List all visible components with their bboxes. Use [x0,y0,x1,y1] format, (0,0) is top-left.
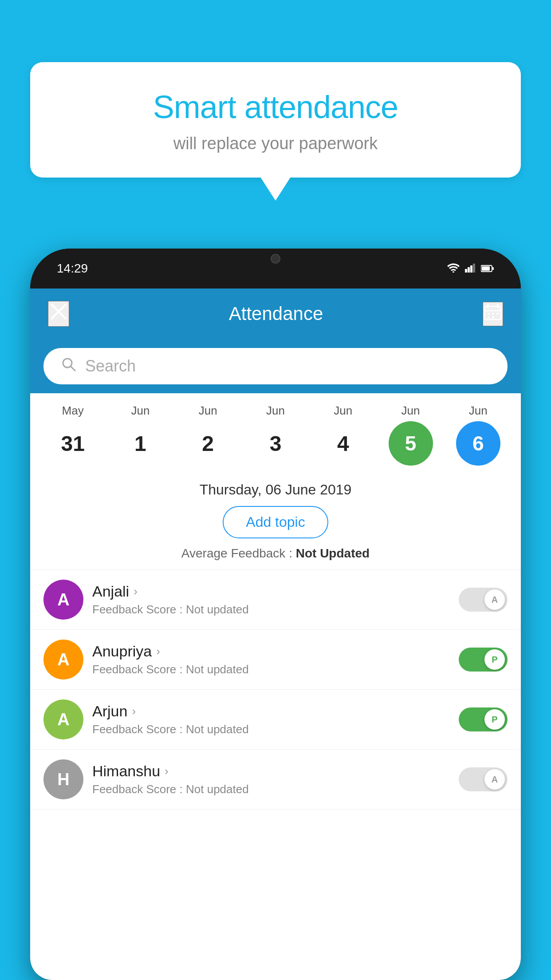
table-row[interactable]: A Anjali › Feedback Score : Not updated … [30,570,521,630]
bubble-subtitle: will replace your paperwork [48,134,503,153]
month-label: Jun [469,404,488,418]
avatar: A [43,699,83,739]
toggle-on[interactable]: P [459,707,508,731]
svg-rect-16 [496,313,499,315]
search-bar-container: Search [30,339,521,393]
toggle-knob: A [484,589,505,610]
status-bar: 14:29 [30,249,521,288]
feedback-value: Not Updated [296,546,370,560]
svg-rect-12 [497,304,499,308]
selected-date-text: Thursday, 06 June 2019 [43,482,508,498]
student-list: A Anjali › Feedback Score : Not updated … [30,570,521,810]
avatar: A [43,640,83,680]
toggle-knob: A [484,769,505,790]
search-placeholder: Search [85,357,136,375]
chevron-right-icon: › [132,704,136,718]
average-feedback-label: Average Feedback : Not Updated [43,546,508,561]
feedback-score: Feedback Score : Not updated [92,603,450,616]
svg-rect-6 [482,266,490,271]
date-item-jun1[interactable]: Jun 1 [114,404,167,466]
battery-icon [481,262,494,276]
day-number: 2 [186,421,230,466]
notch [253,249,298,269]
month-label: May [62,404,84,418]
signal-icon [465,262,476,276]
month-label: Jun [266,404,285,418]
date-item-jun2[interactable]: Jun 2 [181,404,235,466]
svg-rect-17 [488,316,490,318]
attendance-toggle[interactable]: A [459,767,508,791]
month-label: Jun [199,404,217,418]
svg-line-20 [71,366,75,371]
svg-rect-3 [470,265,472,273]
toggle-knob: P [484,709,505,730]
day-number-selected-green: 5 [389,421,433,466]
student-info: Himanshu › Feedback Score : Not updated [83,763,459,796]
toggle-off[interactable]: A [459,767,508,791]
svg-point-0 [453,271,454,273]
search-bar[interactable]: Search [43,348,508,384]
attendance-toggle[interactable]: A [459,588,508,612]
svg-rect-1 [465,269,467,273]
day-number-selected-blue: 6 [456,421,500,466]
month-label: Jun [131,404,150,418]
attendance-toggle[interactable]: P [459,648,508,672]
date-item-jun6[interactable]: Jun 6 [452,404,505,466]
phone-frame: 14:29 [30,249,521,980]
selected-date-section: Thursday, 06 June 2019 Add topic Average… [30,473,521,570]
table-row[interactable]: A Arjun › Feedback Score : Not updated P [30,690,521,750]
front-camera [271,254,280,264]
svg-rect-18 [492,316,494,318]
day-number: 4 [321,421,365,466]
phone-screen: Attendance [30,288,521,980]
wifi-icon [447,262,460,276]
date-row: May 31 Jun 1 Jun 2 Jun 3 Jun 4 [39,404,512,466]
student-name: Arjun › [92,703,450,720]
student-name: Anjali › [92,583,450,600]
student-info: Anupriya › Feedback Score : Not updated [83,643,459,676]
date-item-jun3[interactable]: Jun 3 [249,404,302,466]
status-time: 14:29 [57,261,88,276]
student-name: Anupriya › [92,643,450,660]
calendar-button[interactable] [483,302,503,326]
bubble-title: Smart attendance [48,89,503,125]
avatar: A [43,580,83,620]
toggle-on[interactable]: P [459,648,508,672]
svg-rect-14 [488,313,490,315]
day-number: 31 [51,421,95,466]
toggle-knob: P [484,649,505,670]
add-topic-button[interactable]: Add topic [223,506,328,538]
search-icon [61,357,76,375]
avatar: H [43,759,83,799]
speech-bubble-container: Smart attendance will replace your paper… [30,62,521,178]
header-title: Attendance [229,303,323,324]
date-item-jun4[interactable]: Jun 4 [316,404,370,466]
student-name: Himanshu › [92,763,450,780]
chevron-right-icon: › [156,644,160,658]
month-label: Jun [334,404,352,418]
feedback-score: Feedback Score : Not updated [92,782,450,796]
table-row[interactable]: A Anupriya › Feedback Score : Not update… [30,630,521,690]
attendance-toggle[interactable]: P [459,707,508,731]
feedback-score: Feedback Score : Not updated [92,723,450,736]
svg-rect-2 [468,267,470,273]
svg-rect-11 [487,304,489,308]
feedback-prefix: Average Feedback : [181,546,296,560]
table-row[interactable]: H Himanshu › Feedback Score : Not update… [30,750,521,810]
date-selector: May 31 Jun 1 Jun 2 Jun 3 Jun 4 [30,393,521,473]
day-number: 1 [118,421,162,466]
date-item-jun5[interactable]: Jun 5 [384,404,437,466]
day-number: 3 [253,421,298,466]
svg-rect-7 [492,267,494,270]
date-item-may31[interactable]: May 31 [46,404,99,466]
chevron-right-icon: › [165,764,169,778]
student-info: Arjun › Feedback Score : Not updated [83,703,459,736]
feedback-score: Feedback Score : Not updated [92,663,450,676]
student-info: Anjali › Feedback Score : Not updated [83,583,459,616]
speech-bubble: Smart attendance will replace your paper… [30,62,521,178]
chevron-right-icon: › [134,585,138,598]
svg-rect-15 [492,313,494,315]
toggle-off[interactable]: A [459,588,508,612]
app-header: Attendance [30,288,521,339]
close-button[interactable] [48,301,69,327]
